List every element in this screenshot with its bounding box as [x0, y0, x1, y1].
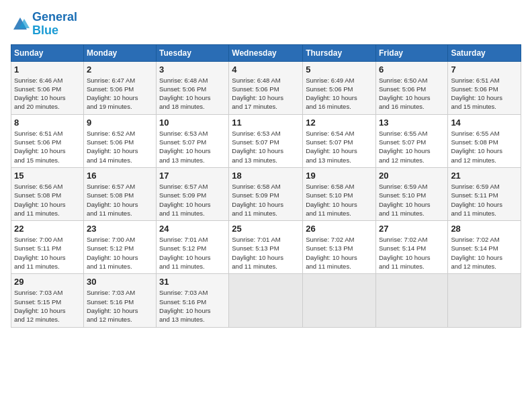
day-number: 13 [379, 118, 445, 128]
day-number: 23 [87, 224, 153, 234]
day-info: Sunrise: 6:55 AM Sunset: 5:07 PM Dayligh… [379, 129, 445, 165]
day-header-tuesday: Tuesday [157, 44, 229, 61]
day-cell: 20Sunrise: 6:59 AM Sunset: 5:10 PM Dayli… [375, 167, 447, 220]
day-cell: 18Sunrise: 6:58 AM Sunset: 5:09 PM Dayli… [229, 167, 303, 220]
day-cell: 16Sunrise: 6:57 AM Sunset: 5:08 PM Dayli… [83, 167, 156, 220]
day-info: Sunrise: 6:51 AM Sunset: 5:06 PM Dayligh… [14, 129, 81, 165]
day-cell: 15Sunrise: 6:56 AM Sunset: 5:08 PM Dayli… [11, 167, 84, 220]
day-cell: 9Sunrise: 6:52 AM Sunset: 5:06 PM Daylig… [83, 114, 156, 167]
day-cell: 12Sunrise: 6:54 AM Sunset: 5:07 PM Dayli… [303, 114, 376, 167]
week-row-1: 8Sunrise: 6:51 AM Sunset: 5:06 PM Daylig… [11, 114, 521, 167]
week-row-2: 15Sunrise: 6:56 AM Sunset: 5:08 PM Dayli… [11, 167, 521, 220]
day-number: 22 [14, 224, 81, 234]
day-cell: 6Sunrise: 6:50 AM Sunset: 5:06 PM Daylig… [375, 61, 447, 114]
day-number: 17 [159, 171, 226, 181]
day-cell: 7Sunrise: 6:51 AM Sunset: 5:06 PM Daylig… [448, 61, 521, 114]
logo-text: General Blue [32, 11, 77, 38]
day-info: Sunrise: 6:47 AM Sunset: 5:06 PM Dayligh… [87, 76, 153, 111]
day-header-wednesday: Wednesday [229, 44, 303, 61]
day-number: 31 [159, 277, 226, 287]
day-info: Sunrise: 7:03 AM Sunset: 5:16 PM Dayligh… [159, 288, 226, 324]
day-header-thursday: Thursday [303, 44, 376, 61]
day-info: Sunrise: 7:00 AM Sunset: 5:12 PM Dayligh… [87, 235, 153, 271]
day-number: 5 [306, 64, 373, 75]
day-number: 21 [451, 171, 518, 181]
day-cell: 29Sunrise: 7:03 AM Sunset: 5:15 PM Dayli… [11, 274, 84, 327]
day-info: Sunrise: 7:00 AM Sunset: 5:11 PM Dayligh… [14, 235, 81, 271]
day-info: Sunrise: 7:01 AM Sunset: 5:12 PM Dayligh… [159, 235, 226, 271]
day-header-sunday: Sunday [11, 44, 84, 61]
week-row-0: 1Sunrise: 6:46 AM Sunset: 5:06 PM Daylig… [11, 61, 521, 114]
day-header-friday: Friday [375, 44, 447, 61]
day-number: 11 [232, 118, 300, 128]
day-header-monday: Monday [83, 44, 156, 61]
day-cell [229, 274, 303, 327]
day-cell: 11Sunrise: 6:53 AM Sunset: 5:07 PM Dayli… [229, 114, 303, 167]
day-info: Sunrise: 6:52 AM Sunset: 5:06 PM Dayligh… [87, 129, 153, 165]
day-number: 30 [87, 277, 153, 287]
day-cell: 22Sunrise: 7:00 AM Sunset: 5:11 PM Dayli… [11, 221, 84, 274]
week-row-3: 22Sunrise: 7:00 AM Sunset: 5:11 PM Dayli… [11, 221, 521, 274]
day-info: Sunrise: 7:02 AM Sunset: 5:13 PM Dayligh… [306, 235, 373, 271]
day-info: Sunrise: 6:49 AM Sunset: 5:06 PM Dayligh… [306, 76, 373, 111]
day-cell: 25Sunrise: 7:01 AM Sunset: 5:13 PM Dayli… [229, 221, 303, 274]
day-cell: 10Sunrise: 6:53 AM Sunset: 5:07 PM Dayli… [157, 114, 229, 167]
day-cell: 24Sunrise: 7:01 AM Sunset: 5:12 PM Dayli… [157, 221, 229, 274]
logo-icon [11, 15, 30, 34]
day-cell: 27Sunrise: 7:02 AM Sunset: 5:14 PM Dayli… [375, 221, 447, 274]
day-cell: 4Sunrise: 6:48 AM Sunset: 5:06 PM Daylig… [229, 61, 303, 114]
day-info: Sunrise: 6:46 AM Sunset: 5:06 PM Dayligh… [14, 76, 81, 111]
day-info: Sunrise: 6:56 AM Sunset: 5:08 PM Dayligh… [14, 182, 81, 218]
day-info: Sunrise: 6:54 AM Sunset: 5:07 PM Dayligh… [306, 129, 373, 165]
day-info: Sunrise: 6:59 AM Sunset: 5:10 PM Dayligh… [379, 182, 445, 218]
header: General Blue [11, 11, 521, 38]
day-header-saturday: Saturday [448, 44, 521, 61]
day-info: Sunrise: 6:57 AM Sunset: 5:09 PM Dayligh… [159, 182, 226, 218]
day-info: Sunrise: 7:02 AM Sunset: 5:14 PM Dayligh… [379, 235, 445, 271]
day-number: 29 [14, 277, 81, 287]
day-number: 7 [451, 64, 518, 75]
day-number: 16 [87, 171, 153, 181]
day-cell: 1Sunrise: 6:46 AM Sunset: 5:06 PM Daylig… [11, 61, 84, 114]
day-number: 6 [379, 64, 445, 75]
day-cell: 14Sunrise: 6:55 AM Sunset: 5:08 PM Dayli… [448, 114, 521, 167]
day-cell: 23Sunrise: 7:00 AM Sunset: 5:12 PM Dayli… [83, 221, 156, 274]
day-number: 15 [14, 171, 81, 181]
day-number: 20 [379, 171, 445, 181]
day-cell: 8Sunrise: 6:51 AM Sunset: 5:06 PM Daylig… [11, 114, 84, 167]
day-number: 18 [232, 171, 300, 181]
day-number: 2 [87, 64, 153, 75]
day-info: Sunrise: 6:53 AM Sunset: 5:07 PM Dayligh… [232, 129, 300, 165]
calendar-table: SundayMondayTuesdayWednesdayThursdayFrid… [11, 44, 521, 328]
day-cell [375, 274, 447, 327]
day-cell [303, 274, 376, 327]
day-info: Sunrise: 6:48 AM Sunset: 5:06 PM Dayligh… [232, 76, 300, 111]
day-info: Sunrise: 6:48 AM Sunset: 5:06 PM Dayligh… [159, 76, 226, 111]
day-cell: 31Sunrise: 7:03 AM Sunset: 5:16 PM Dayli… [157, 274, 229, 327]
day-cell: 19Sunrise: 6:58 AM Sunset: 5:10 PM Dayli… [303, 167, 376, 220]
day-number: 4 [232, 64, 300, 75]
day-info: Sunrise: 7:02 AM Sunset: 5:14 PM Dayligh… [451, 235, 518, 271]
day-number: 8 [14, 118, 81, 128]
day-number: 1 [14, 64, 81, 75]
day-number: 24 [159, 224, 226, 234]
day-number: 19 [306, 171, 373, 181]
day-info: Sunrise: 6:51 AM Sunset: 5:06 PM Dayligh… [451, 76, 518, 111]
day-number: 12 [306, 118, 373, 128]
day-cell: 13Sunrise: 6:55 AM Sunset: 5:07 PM Dayli… [375, 114, 447, 167]
logo: General Blue [11, 11, 77, 38]
day-info: Sunrise: 6:57 AM Sunset: 5:08 PM Dayligh… [87, 182, 153, 218]
day-info: Sunrise: 6:50 AM Sunset: 5:06 PM Dayligh… [379, 76, 445, 111]
day-info: Sunrise: 6:58 AM Sunset: 5:10 PM Dayligh… [306, 182, 373, 218]
header-row: SundayMondayTuesdayWednesdayThursdayFrid… [11, 44, 521, 61]
day-cell [448, 274, 521, 327]
day-number: 25 [232, 224, 300, 234]
day-info: Sunrise: 6:55 AM Sunset: 5:08 PM Dayligh… [451, 129, 518, 165]
day-cell: 21Sunrise: 6:59 AM Sunset: 5:11 PM Dayli… [448, 167, 521, 220]
day-number: 9 [87, 118, 153, 128]
day-number: 27 [379, 224, 445, 234]
day-number: 3 [159, 64, 226, 75]
day-info: Sunrise: 6:59 AM Sunset: 5:11 PM Dayligh… [451, 182, 518, 218]
week-row-4: 29Sunrise: 7:03 AM Sunset: 5:15 PM Dayli… [11, 274, 521, 327]
day-cell: 30Sunrise: 7:03 AM Sunset: 5:16 PM Dayli… [83, 274, 156, 327]
